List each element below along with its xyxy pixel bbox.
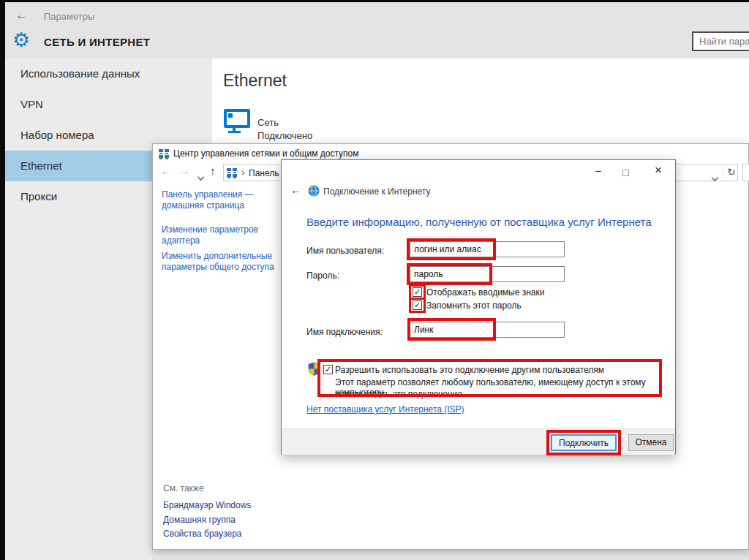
connect-internet-dialog: – × ← Подключение к Интернету Введите ин…	[281, 159, 676, 455]
connection-name-field[interactable]	[410, 322, 565, 338]
remember-password-label[interactable]: Запомнить этот пароль	[426, 300, 522, 311]
uac-shield-icon	[308, 362, 320, 379]
dialog-instruction: Введите информацию, полученную от постав…	[306, 216, 652, 228]
password-field[interactable]	[410, 266, 565, 282]
settings-back-icon[interactable]: ←	[15, 8, 28, 23]
network-center-search-box[interactable]	[742, 164, 749, 181]
see-also-link-homegroup[interactable]: Домашняя группа	[163, 515, 236, 525]
username-label: Имя пользователя:	[306, 246, 384, 256]
allow-others-checkbox[interactable]: ✓	[323, 365, 333, 374]
settings-page-title: СЕТЬ И ИНТЕРНЕТ	[44, 36, 150, 48]
settings-header: ← Параметры ⚙ СЕТЬ И ИНТЕРНЕТ	[5, 2, 749, 58]
address-bar-network-icon	[227, 167, 238, 181]
see-also-heading: См. также	[163, 483, 204, 493]
connection-status: Подключено	[257, 130, 312, 141]
sidebar-item-data-usage[interactable]: Использование данных	[5, 58, 212, 89]
page-heading: Ethernet	[223, 71, 287, 91]
allow-others-description-line2: использовать это подключение.	[335, 389, 464, 399]
dialog-back-icon[interactable]: ←	[290, 183, 301, 196]
address-divider	[723, 166, 723, 179]
cancel-button[interactable]: Отмена	[628, 434, 674, 451]
address-dropdown-chevron-icon[interactable]	[712, 170, 718, 183]
internet-globe-icon	[308, 185, 320, 200]
settings-window-title: Параметры	[44, 11, 94, 22]
see-also-link-browser-options[interactable]: Свойства браузера	[163, 529, 242, 539]
breadcrumb-chevron-icon: ›	[241, 167, 244, 178]
nav-up-icon[interactable]: ↑	[210, 164, 216, 177]
refresh-icon[interactable]: ↻	[727, 166, 736, 178]
ethernet-network-icon	[223, 108, 251, 137]
screen-edge-top	[0, 0, 749, 2]
network-center-title: Центр управления сетями и общим доступом	[173, 148, 359, 159]
remember-password-checkbox[interactable]: ✓	[413, 300, 422, 310]
maximize-icon[interactable]	[622, 170, 629, 176]
network-center-icon	[159, 148, 170, 162]
connection-name-label: Имя подключения:	[306, 327, 383, 337]
nav-history-chevron-icon[interactable]	[198, 170, 203, 183]
dialog-title: Подключение к Интернету	[323, 186, 431, 197]
no-isp-link[interactable]: Нет поставщика услуг Интернета (ISP)	[306, 404, 464, 415]
task-link-control-panel-home[interactable]: Панель управления — домашняя страница	[162, 189, 293, 211]
sidebar-item-vpn[interactable]: VPN	[5, 89, 212, 120]
gear-icon: ⚙	[12, 29, 30, 52]
show-characters-label[interactable]: Отображать вводимые знаки	[426, 287, 544, 298]
background-strip	[152, 550, 749, 560]
task-link-advanced-sharing-settings[interactable]: Изменить дополнительные параметры общего…	[162, 251, 293, 273]
see-also-link-windows-firewall[interactable]: Брандмауэр Windows	[163, 500, 251, 510]
minimize-icon[interactable]: –	[587, 164, 609, 176]
password-label: Пароль:	[306, 270, 339, 281]
screen-edge-left	[0, 0, 5, 560]
username-field[interactable]	[410, 241, 565, 257]
connect-button[interactable]: Подключить	[551, 434, 617, 451]
settings-search-input[interactable]	[692, 31, 749, 51]
close-icon[interactable]: ×	[647, 163, 669, 178]
allow-others-label[interactable]: Разрешить использовать это подключение д…	[335, 365, 604, 375]
show-characters-checkbox[interactable]: ✓	[413, 287, 422, 297]
task-link-change-adapter-settings[interactable]: Изменение параметров адаптера	[162, 224, 293, 246]
connection-name[interactable]: Сеть	[257, 117, 279, 128]
nav-back-icon[interactable]: ←	[160, 164, 171, 177]
nav-forward-icon[interactable]: →	[179, 164, 190, 177]
